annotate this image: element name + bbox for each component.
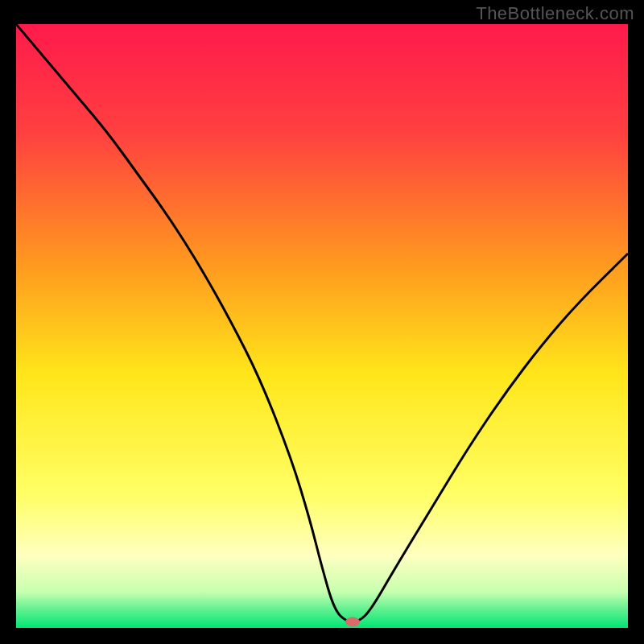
gradient-background (16, 24, 628, 628)
bottleneck-chart (16, 24, 628, 628)
plot-area (16, 24, 628, 628)
watermark-text: TheBottleneck.com (476, 3, 634, 24)
chart-frame: TheBottleneck.com (0, 0, 644, 644)
optimal-point-marker (345, 617, 360, 627)
